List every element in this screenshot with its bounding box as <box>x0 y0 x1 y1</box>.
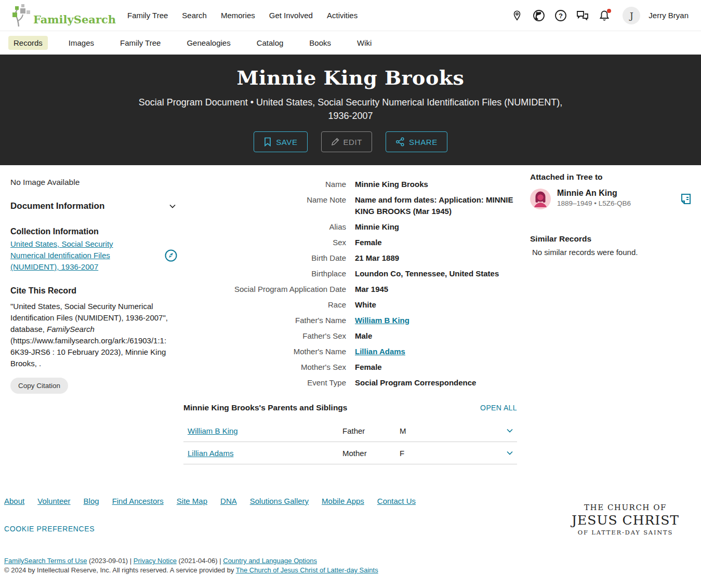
familysearch-tree-icon <box>10 4 32 27</box>
field-birthplace: Birthplace Loundon Co, Tennessee, United… <box>183 268 517 279</box>
footer-find-ancestors[interactable]: Find Ancestors <box>112 497 164 505</box>
messages-icon[interactable] <box>576 9 589 22</box>
brand-wordmark: FamilySearch <box>33 14 116 27</box>
mother-name-link[interactable]: Lillian Adams <box>355 347 405 356</box>
collection-row: United States, Social Security Numerical… <box>10 238 178 273</box>
field-mothers-name: Mother's Name Lillian Adams <box>183 346 517 357</box>
terms-of-use-link[interactable]: FamilySearch Terms of Use <box>4 557 87 565</box>
subnav-wiki[interactable]: Wiki <box>352 36 377 50</box>
familysearch-logo[interactable]: FamilySearch <box>10 4 116 27</box>
father-row-link[interactable]: William B King <box>188 426 342 435</box>
field-name-note: Name Note Name and form dates: Applicati… <box>183 194 517 217</box>
table-header: Minnie King Brooks's Parents and Sibling… <box>183 403 517 420</box>
bookmark-icon <box>263 137 272 146</box>
table-row-mother[interactable]: Lillian Adams Mother F <box>183 442 517 464</box>
table-title: Minnie King Brooks's Parents and Sibling… <box>183 403 347 412</box>
nav-family-tree[interactable]: Family Tree <box>127 11 168 20</box>
nav-memories[interactable]: Memories <box>221 11 255 20</box>
record-content: No Image Available Document Information … <box>0 165 701 488</box>
field-sex: Sex Female <box>183 237 517 248</box>
country-language-link[interactable]: Country and Language Options <box>223 557 317 565</box>
subnav-genealogies[interactable]: Genealogies <box>181 36 235 50</box>
footer-mobile-apps[interactable]: Mobile Apps <box>322 497 364 505</box>
collection-information-title: Collection Information <box>10 227 178 236</box>
notification-dot <box>607 9 611 13</box>
subnav-books[interactable]: Books <box>304 36 336 50</box>
footer-contact-us[interactable]: Contact Us <box>377 497 416 505</box>
main-nav: Family Tree Search Memories Get Involved… <box>127 11 358 20</box>
subnav-images[interactable]: Images <box>63 36 99 50</box>
chevron-down-icon[interactable] <box>505 448 517 458</box>
globe-icon[interactable] <box>532 9 546 22</box>
similar-records-title: Similar Records <box>530 234 692 244</box>
notifications-icon[interactable] <box>598 9 611 22</box>
field-fathers-sex: Father's Sex Male <box>183 330 517 342</box>
privacy-notice-link[interactable]: Privacy Notice <box>134 557 177 565</box>
field-race: Race White <box>183 299 517 311</box>
footer-blog[interactable]: Blog <box>84 497 99 505</box>
field-fathers-name: Father's Name William B King <box>183 315 517 326</box>
save-button[interactable]: SAVE <box>254 131 307 152</box>
footer-solutions-gallery[interactable]: Solutions Gallery <box>250 497 309 505</box>
copy-citation-button[interactable]: Copy Citation <box>10 378 68 394</box>
parents-siblings-table: Minnie King Brooks's Parents and Sibling… <box>183 403 517 464</box>
share-icon <box>395 137 405 146</box>
female-avatar-icon <box>530 189 551 209</box>
father-name-link[interactable]: William B King <box>355 316 409 325</box>
footer-dna[interactable]: DNA <box>220 497 237 505</box>
field-birth-date: Birth Date 21 Mar 1889 <box>183 252 517 264</box>
open-all-button[interactable]: OPEN ALL <box>480 404 517 412</box>
share-button[interactable]: SHARE <box>386 131 447 152</box>
document-information-toggle[interactable]: Document Information <box>10 201 178 211</box>
field-name: Name Minnie King Brooks <box>183 179 517 190</box>
user-name[interactable]: Jerry Bryan <box>649 11 689 20</box>
subnav-records[interactable]: Records <box>8 36 48 50</box>
citation-text: "United States, Social Security Numerica… <box>10 301 170 369</box>
record-hero: Minnie King Brooks Social Program Docume… <box>0 55 701 165</box>
church-link[interactable]: The Church of Jesus Christ of Latter-day… <box>236 566 378 574</box>
chevron-down-icon <box>167 201 178 211</box>
attached-person-text: Minnie An King 1889–1949 • L5Z6-QB6 <box>557 189 680 207</box>
pencil-icon <box>331 138 339 146</box>
user-avatar[interactable]: J <box>623 7 640 24</box>
table-row-father[interactable]: William B King Father M <box>183 420 517 442</box>
field-mothers-sex: Mother's Sex Female <box>183 362 517 373</box>
topnav-right: ? J Jerry Bryan <box>510 7 689 24</box>
collection-link[interactable]: United States, Social Security Numerical… <box>10 238 131 273</box>
footer-volunteer[interactable]: Volunteer <box>37 497 70 505</box>
field-application-date: Social Program Application Date Mar 1945 <box>183 284 517 295</box>
attached-person-meta: 1889–1949 • L5Z6-QB6 <box>557 199 680 207</box>
attached-person-name[interactable]: Minnie An King <box>557 189 680 198</box>
right-sidebar: Attached in Tree to Minnie An King 1889–… <box>530 172 692 257</box>
svg-text:?: ? <box>559 11 563 19</box>
page-footer: About Volunteer Blog Find Ancestors Site… <box>0 488 701 574</box>
view-record-document-icon[interactable] <box>680 193 692 205</box>
similar-records-empty: No similar records were found. <box>530 248 692 257</box>
browse-collection-compass-icon[interactable] <box>164 249 178 262</box>
nav-activities[interactable]: Activities <box>327 11 358 20</box>
mother-row-link[interactable]: Lillian Adams <box>188 449 342 458</box>
edit-button[interactable]: EDIT <box>321 131 373 152</box>
cite-this-record-title: Cite This Record <box>10 286 178 296</box>
nav-get-involved[interactable]: Get Involved <box>269 11 313 20</box>
footer-about[interactable]: About <box>4 497 24 505</box>
page-title: Minnie King Brooks <box>236 66 464 89</box>
left-sidebar: No Image Available Document Information … <box>10 178 178 394</box>
chevron-down-icon[interactable] <box>505 425 517 436</box>
location-icon[interactable] <box>510 9 524 22</box>
field-alias: Alias Minnie King <box>183 221 517 233</box>
records-sub-nav: Records Images Family Tree Genealogies C… <box>0 31 701 55</box>
terms-row: FamilySearch Terms of Use (2023-09-01) |… <box>4 557 701 565</box>
hero-actions: SAVE EDIT SHARE <box>254 131 447 152</box>
record-fields: Name Minnie King Brooks Name Note Name a… <box>183 179 517 389</box>
copyright-row: © 2024 by Intellectual Reserve, Inc. All… <box>4 566 701 574</box>
field-event-type: Event Type Social Program Correspondence <box>183 377 517 389</box>
footer-site-map[interactable]: Site Map <box>177 497 207 505</box>
no-image-label: No Image Available <box>10 178 178 187</box>
attached-in-tree-title: Attached in Tree to <box>530 172 692 182</box>
help-icon[interactable]: ? <box>554 9 567 22</box>
attached-person[interactable]: Minnie An King 1889–1949 • L5Z6-QB6 <box>530 189 692 209</box>
nav-search[interactable]: Search <box>182 11 207 20</box>
subnav-catalog[interactable]: Catalog <box>252 36 289 50</box>
subnav-family-tree[interactable]: Family Tree <box>115 36 166 50</box>
